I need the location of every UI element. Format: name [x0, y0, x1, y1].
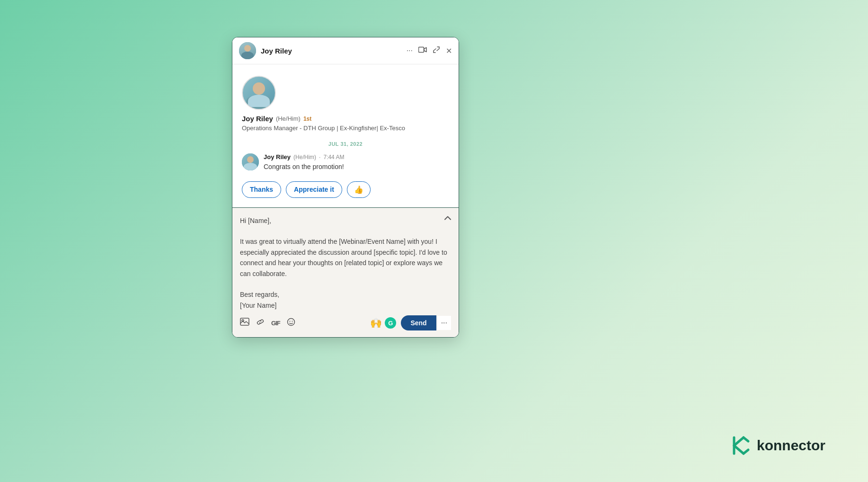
message-pronouns: (He/Him)	[293, 154, 316, 161]
compose-text[interactable]: Hi [Name], It was great to virtually att…	[240, 215, 451, 311]
compose-area: Hi [Name], It was great to virtually att…	[232, 208, 459, 338]
header-name: Joy Riley	[261, 47, 407, 55]
image-tool-icon[interactable]	[240, 318, 249, 328]
header-avatar	[239, 42, 256, 59]
avatar-visual	[243, 77, 275, 109]
svg-point-4	[289, 321, 290, 321]
ai-icons: 🙌 G	[370, 317, 396, 329]
gif-tool-icon[interactable]: GIF	[271, 320, 280, 327]
send-actions: Send ···	[401, 315, 451, 330]
date-divider: JUL 31, 2022	[242, 141, 449, 147]
konnector-k-icon	[730, 435, 752, 456]
send-button[interactable]: Send	[401, 315, 436, 330]
contact-degree: 1st	[303, 116, 311, 122]
svg-rect-0	[419, 47, 424, 53]
compose-right: 🙌 G Send ···	[370, 315, 451, 330]
grammarly-icon: G	[385, 317, 396, 329]
quick-reply-thumbsup[interactable]: 👍	[347, 181, 371, 198]
contact-avatar-large	[242, 76, 276, 110]
svg-point-5	[292, 321, 292, 321]
message-sender: Joy Riley	[264, 153, 291, 161]
contact-name-row: Joy Riley (He/Him) 1st	[242, 115, 311, 123]
quick-replies: Thanks Appreciate it 👍	[242, 181, 449, 198]
contact-title: Operations Manager - DTH Group | Ex-King…	[242, 125, 405, 132]
collapse-icon[interactable]	[444, 214, 451, 222]
more-options-icon[interactable]: ···	[407, 46, 413, 55]
message-row: Joy Riley (He/Him) · 7:44 AM Congrats on…	[242, 153, 449, 172]
konnector-label: konnector	[757, 437, 825, 454]
video-icon[interactable]	[418, 46, 427, 55]
bullet-separator: ·	[319, 154, 320, 161]
header-actions: ··· ✕	[407, 46, 452, 55]
send-more-button[interactable]: ···	[437, 316, 451, 330]
emoji-tool-icon[interactable]	[287, 318, 295, 329]
link-tool-icon[interactable]	[256, 318, 265, 329]
message-time: 7:44 AM	[323, 154, 344, 161]
celebration-icon: 🙌	[370, 317, 382, 329]
message-meta: Joy Riley (He/Him) · 7:44 AM	[264, 153, 449, 161]
message-text: Congrats on the promotion!	[264, 162, 449, 172]
svg-point-3	[287, 318, 294, 325]
close-icon[interactable]: ✕	[446, 46, 452, 55]
compose-tools: GIF	[240, 318, 295, 329]
shrink-icon[interactable]	[433, 46, 440, 55]
contact-profile: Joy Riley (He/Him) 1st Operations Manage…	[242, 76, 449, 132]
contact-name: Joy Riley	[242, 115, 273, 123]
compose-toolbar: GIF 🙌 G Send ···	[240, 315, 451, 330]
message-avatar	[242, 153, 259, 170]
konnector-logo: konnector	[730, 435, 825, 456]
quick-reply-thanks[interactable]: Thanks	[242, 181, 281, 198]
quick-reply-appreciate[interactable]: Appreciate it	[286, 181, 342, 198]
chat-window: Joy Riley ··· ✕	[232, 37, 459, 338]
message-content: Joy Riley (He/Him) · 7:44 AM Congrats on…	[264, 153, 449, 172]
message-avatar-visual	[242, 153, 259, 170]
chat-body: Joy Riley (He/Him) 1st Operations Manage…	[232, 64, 459, 208]
chat-header: Joy Riley ··· ✕	[232, 37, 459, 64]
contact-pronouns: (He/Him)	[276, 115, 301, 122]
